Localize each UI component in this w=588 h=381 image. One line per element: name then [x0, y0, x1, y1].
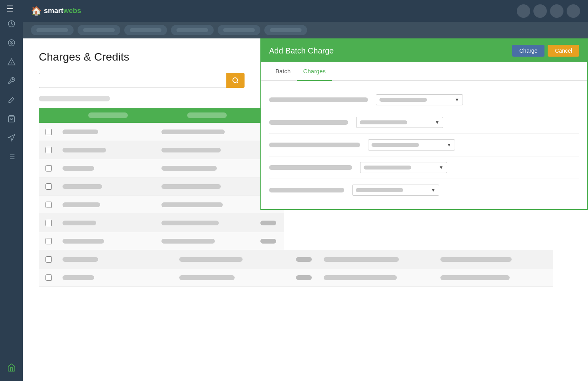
table-row: [39, 159, 284, 177]
wrench-icon[interactable]: [4, 73, 19, 89]
table-header: [39, 108, 284, 123]
row-checkbox-1[interactable]: [39, 126, 59, 137]
menu-icon[interactable]: ☰: [6, 4, 13, 13]
sidebar: ☰ $ !: [0, 0, 23, 381]
row-checkbox-7[interactable]: [39, 236, 59, 247]
add-batch-charge-modal: Add Batch Charge Charge Cancel Batch Cha…: [260, 38, 588, 210]
form-select-5[interactable]: ▼: [352, 185, 439, 196]
chevron-down-icon-1: ▼: [455, 97, 459, 103]
filter-placeholder: [39, 96, 110, 101]
form-label-2: [269, 120, 348, 125]
row-checkbox-2[interactable]: [39, 145, 59, 156]
row-checkbox-5[interactable]: [39, 199, 59, 210]
form-label-3: [269, 143, 360, 147]
row-checkbox-3[interactable]: [39, 163, 59, 174]
table-row: [39, 232, 284, 250]
modal-header: Add Batch Charge Charge Cancel: [261, 39, 587, 62]
cell-1-2: [157, 127, 256, 137]
main-area: 🏠 smartwebs Charges & Credits Charge Run…: [23, 0, 588, 381]
dollar-icon[interactable]: $: [4, 35, 19, 51]
modal-overlay: Add Batch Charge Charge Cancel Batch Cha…: [260, 38, 588, 381]
form-row-1: ▼: [269, 89, 579, 111]
cell-2-1: [59, 145, 157, 155]
table-row: [39, 214, 284, 232]
form-select-2[interactable]: ▼: [356, 117, 443, 128]
svg-line-12: [237, 82, 238, 83]
alert-icon[interactable]: !: [4, 54, 19, 70]
avatar-3[interactable]: [550, 4, 563, 18]
table-row: [39, 123, 284, 141]
form-row-3: ▼: [269, 134, 579, 156]
chevron-down-icon-4: ▼: [439, 165, 444, 170]
th-col-1: [59, 108, 157, 123]
avatar-2[interactable]: [533, 4, 547, 18]
modal-header-buttons: Charge Cancel: [512, 45, 579, 57]
row-checkbox-4[interactable]: [39, 181, 59, 192]
form-row-4: ▼: [269, 156, 579, 179]
top-bar: 🏠 smartwebs: [23, 0, 588, 22]
form-select-4[interactable]: ▼: [360, 162, 447, 173]
nav-pill-4[interactable]: [171, 25, 214, 35]
megaphone-icon[interactable]: [4, 130, 19, 146]
form-label-4: [269, 165, 352, 170]
table-row: [39, 141, 284, 159]
form-row-5: ▼: [269, 179, 579, 201]
table-row: [39, 196, 284, 214]
nav-pill-6[interactable]: [264, 25, 307, 35]
svg-point-11: [233, 78, 237, 82]
svg-text:!: !: [11, 61, 12, 65]
search-input[interactable]: [39, 73, 226, 88]
cell-3-2: [157, 164, 256, 173]
modal-title: Add Batch Charge: [269, 46, 334, 55]
cell-9-1: [59, 273, 175, 282]
cell-4-2: [157, 182, 256, 191]
avatar-4[interactable]: [567, 4, 580, 18]
nav-pill-3[interactable]: [124, 25, 167, 35]
search-button[interactable]: [226, 73, 245, 88]
modal-tabs: Batch Charges: [261, 62, 587, 81]
modal-charge-button[interactable]: Charge: [512, 45, 544, 57]
cart-icon[interactable]: [4, 111, 19, 127]
form-select-1[interactable]: ▼: [376, 94, 463, 105]
table-row: [39, 177, 284, 196]
svg-text:$: $: [10, 40, 13, 46]
cell-5-2: [157, 200, 256, 210]
cell-1-1: [59, 127, 157, 137]
nav-pill-5[interactable]: [218, 25, 260, 35]
list-icon[interactable]: [4, 149, 19, 165]
row-checkbox-9[interactable]: [39, 272, 59, 283]
cell-7-2: [157, 236, 256, 246]
chevron-down-icon-5: ▼: [431, 187, 436, 193]
tab-batch[interactable]: Batch: [269, 62, 297, 81]
form-row-2: ▼: [269, 111, 579, 134]
cell-8-1: [59, 255, 175, 264]
modal-body: ▼ ▼: [261, 81, 587, 209]
content-area: Charges & Credits Charge Run Charges Cre…: [23, 38, 588, 381]
page-title: Charges & Credits: [39, 51, 129, 63]
logo-text: smartwebs: [44, 7, 81, 15]
chevron-down-icon-2: ▼: [435, 120, 440, 125]
row-checkbox-8[interactable]: [39, 254, 59, 265]
nav-pill-1[interactable]: [31, 25, 74, 35]
cell-2-2: [157, 145, 256, 155]
cell-6-2: [157, 218, 256, 228]
form-label-5: [269, 188, 344, 192]
user-avatars: [517, 4, 580, 18]
cell-3-1: [59, 164, 157, 173]
cell-6-1: [59, 218, 157, 228]
avatar-1[interactable]: [517, 4, 530, 18]
main-table: [39, 108, 284, 287]
row-checkbox-6[interactable]: [39, 217, 59, 229]
tab-charges[interactable]: Charges: [297, 62, 332, 81]
cell-7-1: [59, 236, 157, 246]
nav-pill-2[interactable]: [78, 25, 120, 35]
form-select-3[interactable]: ▼: [368, 139, 455, 150]
th-check: [39, 108, 59, 123]
dashboard-icon[interactable]: [4, 16, 19, 32]
home-bottom-icon[interactable]: [4, 360, 19, 375]
build-icon[interactable]: [4, 92, 19, 108]
logo: 🏠 smartwebs: [31, 6, 81, 16]
search-row: [39, 73, 245, 88]
cell-5-1: [59, 200, 157, 210]
modal-cancel-button[interactable]: Cancel: [548, 45, 579, 57]
